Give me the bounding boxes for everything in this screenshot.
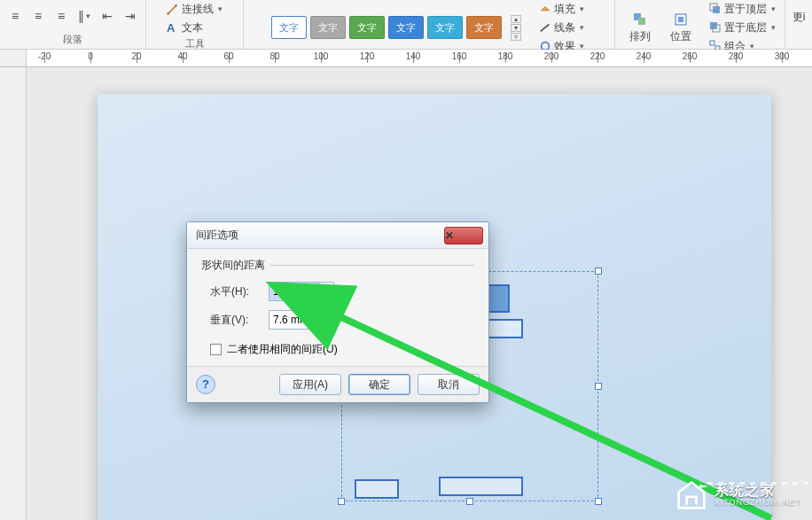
- chevron-down-icon: ▾: [580, 4, 584, 13]
- h-input[interactable]: [269, 283, 319, 300]
- h-label: 水平(H):: [210, 284, 260, 299]
- dialog-title: 间距选项: [196, 228, 444, 243]
- watermark-icon: [675, 479, 707, 511]
- vertical-ruler: [0, 67, 27, 520]
- bring-front-icon: [709, 3, 722, 15]
- group-paragraph: ≡ ≡ ≡ ‖▾ ⇤ ⇥ 段落: [0, 0, 146, 49]
- spin-up-icon[interactable]: ▴: [320, 283, 333, 291]
- chevron-down-icon: ▾: [218, 4, 223, 13]
- spin-down-icon[interactable]: ▾: [320, 291, 333, 300]
- position-label: 位置: [670, 29, 691, 44]
- chevron-down-icon: ▾: [580, 23, 584, 32]
- gallery-arrows[interactable]: ▴▾▿: [511, 15, 521, 41]
- spacing-options-dialog: 间距选项 ✕ 形状间的距离 水平(H): ▴▾ 垂直(V): ▴▾ 二者使用相同…: [186, 221, 489, 403]
- close-icon: ✕: [445, 229, 482, 242]
- svg-point-1: [175, 4, 177, 7]
- connector-button[interactable]: 连接线 ▾: [163, 0, 226, 18]
- watermark-sub: XITONGZHIJIA.NET: [714, 499, 801, 508]
- resize-handle[interactable]: [595, 498, 602, 505]
- section-label: 形状间的距离: [201, 258, 474, 273]
- arrange-icon: [632, 12, 648, 27]
- text-icon: A: [167, 21, 179, 34]
- position-button[interactable]: 位置: [661, 10, 700, 45]
- svg-rect-7: [713, 6, 720, 13]
- horizontal-row: 水平(H): ▴▾: [210, 282, 474, 301]
- svg-point-0: [167, 12, 169, 15]
- line-spacing-icon[interactable]: ‖▾: [74, 7, 94, 25]
- h-spinner[interactable]: ▴▾: [269, 282, 334, 301]
- watermark-main: 系统之家: [714, 483, 801, 499]
- outdent-icon[interactable]: ⇤: [98, 7, 117, 25]
- v-input[interactable]: [269, 311, 319, 329]
- line-label: 线条: [554, 20, 575, 35]
- style-swatch[interactable]: 文字: [466, 16, 502, 39]
- ok-button[interactable]: 确定: [348, 374, 410, 395]
- fill-icon: [539, 3, 551, 15]
- svg-rect-6: [678, 17, 683, 22]
- send-back-button[interactable]: 置于底层▾: [706, 19, 779, 36]
- arrange-label: 排列: [629, 29, 651, 44]
- resize-handle[interactable]: [595, 383, 602, 390]
- connector-icon: [167, 3, 179, 15]
- apply-button[interactable]: 应用(A): [279, 374, 341, 395]
- send-back-label: 置于底层: [724, 20, 767, 35]
- style-gallery[interactable]: 文字文字文字文字文字文字: [271, 16, 502, 39]
- close-button[interactable]: ✕: [444, 227, 483, 244]
- shape[interactable]: [439, 477, 523, 496]
- dialog-footer: ? 应用(A) 确定 取消: [187, 366, 488, 402]
- spin-down-icon[interactable]: ▾: [320, 320, 333, 329]
- fill-button[interactable]: 填充 ▾: [535, 0, 588, 18]
- align-left-icon[interactable]: ≡: [5, 7, 25, 25]
- v-spinner[interactable]: ▴▾: [269, 310, 334, 330]
- cancel-button[interactable]: 取消: [418, 374, 480, 395]
- align-right-icon[interactable]: ≡: [51, 7, 71, 25]
- group-paragraph-label: 段落: [63, 32, 82, 47]
- svg-rect-11: [710, 41, 714, 45]
- v-label: 垂直(V):: [210, 313, 260, 328]
- style-swatch[interactable]: 文字: [271, 16, 307, 39]
- group-shape-styles: 文字文字文字文字文字文字 ▴▾▿ 填充 ▾ 线条 ▾ 效果 ▾: [244, 0, 615, 49]
- style-swatch[interactable]: 文字: [310, 16, 346, 39]
- indent-icon[interactable]: ⇥: [121, 7, 140, 25]
- connector-label: 连接线: [182, 2, 214, 17]
- style-swatch[interactable]: 文字: [388, 16, 424, 39]
- resize-handle[interactable]: [595, 268, 602, 275]
- send-back-icon: [709, 21, 722, 34]
- bring-front-button[interactable]: 置于顶层▾: [706, 0, 779, 18]
- dialog-titlebar[interactable]: 间距选项 ✕: [187, 222, 488, 249]
- spin-up-icon[interactable]: ▴: [320, 311, 333, 320]
- bring-front-label: 置于顶层: [724, 2, 767, 17]
- ribbon: ≡ ≡ ≡ ‖▾ ⇤ ⇥ 段落 连接线 ▾ A 文本: [0, 0, 812, 50]
- help-button[interactable]: ?: [196, 375, 215, 394]
- group-tools: 连接线 ▾ A 文本 工具: [146, 0, 244, 49]
- resize-handle[interactable]: [466, 498, 473, 505]
- more-label: 更i: [792, 10, 806, 25]
- style-swatch[interactable]: 文字: [427, 16, 463, 39]
- textbox-label: 文本: [182, 20, 203, 35]
- svg-rect-4: [638, 18, 645, 25]
- svg-rect-9: [710, 22, 717, 29]
- line-button[interactable]: 线条 ▾: [535, 19, 588, 36]
- fill-label: 填充: [554, 2, 575, 17]
- watermark: 系统之家 XITONGZHIJIA.NET: [675, 479, 801, 511]
- resize-handle[interactable]: [338, 498, 345, 505]
- same-spacing-row[interactable]: 二者使用相同的间距(U): [210, 342, 474, 357]
- vertical-row: 垂直(V): ▴▾: [210, 310, 474, 330]
- textbox-button[interactable]: A 文本: [163, 19, 226, 36]
- same-spacing-checkbox[interactable]: [210, 344, 222, 355]
- shape[interactable]: [355, 479, 399, 499]
- align-center-icon[interactable]: ≡: [28, 7, 48, 25]
- style-swatch[interactable]: 文字: [349, 16, 385, 39]
- same-spacing-label: 二者使用相同的间距(U): [227, 342, 338, 357]
- horizontal-ruler: -200204060801001201401601802002202402602…: [0, 50, 812, 67]
- line-icon: [539, 21, 551, 34]
- position-icon: [673, 12, 689, 27]
- group-more: 更i: [785, 0, 812, 49]
- arrange-button[interactable]: 排列: [621, 10, 660, 45]
- group-arrange: 排列 位置 置于顶层▾ 置于底层▾ 组合▾: [615, 0, 785, 49]
